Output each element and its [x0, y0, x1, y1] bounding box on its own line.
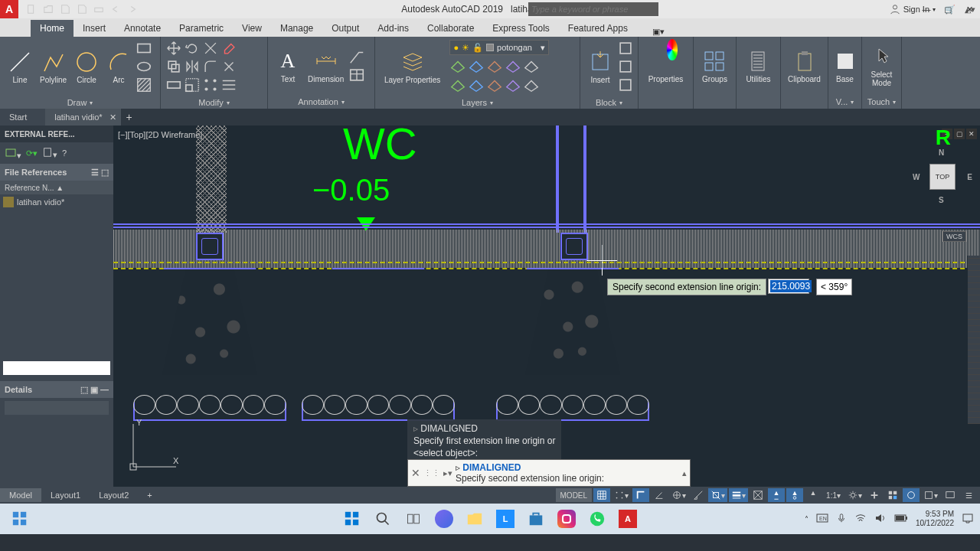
viewport-label[interactable]: [−][Top][2D Wireframe] [118, 130, 202, 139]
attach-icon[interactable]: ▾ [5, 146, 21, 161]
tab-layout1[interactable]: Layout1 [41, 488, 90, 502]
snap-button[interactable]: ▾ [612, 488, 631, 502]
annoauto-button[interactable] [805, 488, 822, 502]
osnap-tracking-button[interactable] [690, 488, 707, 502]
panel-touch-label[interactable]: Touch [862, 95, 901, 109]
save-icon[interactable] [58, 2, 72, 16]
text-tool[interactable]: AText [273, 47, 303, 85]
isodraft-button[interactable]: ▾ [669, 488, 688, 502]
groups-button[interactable]: Groups [699, 47, 730, 85]
layer-properties-button[interactable]: Layer Properties [380, 50, 445, 84]
annoscale-button[interactable] [768, 488, 785, 502]
ortho-button[interactable] [632, 488, 649, 502]
tab-collaborate[interactable]: Collaborate [418, 20, 483, 37]
clock[interactable]: 9:53 PM 10/12/2022 [916, 510, 954, 528]
mic-icon[interactable] [836, 513, 847, 525]
trim-tool[interactable] [202, 40, 219, 57]
close-icon[interactable]: ✕ [109, 112, 116, 122]
modelspace-button[interactable]: MODEL [556, 488, 593, 502]
undo-icon[interactable] [109, 2, 122, 16]
layer-off-tool[interactable] [449, 57, 466, 74]
hatch-tool[interactable] [136, 77, 152, 93]
hardware-accel-button[interactable] [903, 488, 920, 502]
minimize-button[interactable]: — [916, 0, 937, 18]
details-header[interactable]: Details⬚ ▣ — [0, 381, 113, 398]
lineweight-button[interactable]: ▾ [729, 488, 748, 502]
panel-draw-label[interactable]: Draw [0, 96, 160, 109]
clean-screen-button[interactable] [942, 488, 959, 502]
mirror-tool[interactable] [184, 58, 201, 75]
navbar[interactable] [968, 256, 980, 424]
open-icon[interactable] [41, 2, 55, 16]
layer-state-tool[interactable] [505, 77, 521, 93]
close-button[interactable]: ✕ [959, 0, 980, 18]
viewcube[interactable]: N W E S TOP [916, 148, 969, 217]
app-l-icon[interactable]: L [492, 507, 519, 531]
col-header-name[interactable]: Reference N... ▲ [0, 181, 113, 194]
wifi-icon[interactable] [854, 512, 867, 526]
notifications-icon[interactable] [962, 512, 974, 526]
move-tool[interactable] [165, 40, 182, 57]
insert-block-tool[interactable]: Insert [585, 48, 616, 86]
help-search-input[interactable] [528, 2, 658, 16]
select-mode-button[interactable]: Select Mode [867, 43, 897, 89]
new-icon[interactable] [24, 2, 38, 16]
search-button[interactable] [369, 507, 397, 531]
start-button[interactable] [338, 507, 366, 531]
tab-express[interactable]: Express Tools [483, 20, 558, 37]
cmd-close-icon[interactable]: ✕ [411, 467, 420, 479]
tab-featured[interactable]: Featured Apps [559, 20, 637, 37]
layer-prev-tool[interactable] [468, 77, 485, 93]
file-icon[interactable]: ▾ [42, 147, 57, 160]
properties-button[interactable]: Properties [645, 47, 687, 85]
layer-walk-tool[interactable] [486, 77, 503, 93]
battery-icon[interactable] [894, 514, 908, 524]
grid-button[interactable] [593, 488, 610, 502]
edit-attr-tool[interactable] [617, 77, 634, 93]
cmd-handle-icon[interactable]: ⋮⋮ [423, 468, 440, 478]
ellipse-tool[interactable] [136, 58, 152, 75]
isolate-button[interactable]: ▾ [921, 488, 940, 502]
tab-manage[interactable]: Manage [271, 20, 322, 37]
tab-model[interactable]: Model [0, 488, 41, 502]
help-icon[interactable]: ? [62, 148, 67, 158]
scale-button[interactable]: 1:1▾ [823, 488, 844, 502]
customize-button[interactable]: ☰ [960, 488, 977, 502]
ucs-icon[interactable]: Y X [124, 415, 185, 476]
widgets-button[interactable] [6, 507, 34, 531]
maximize-button[interactable]: ▢ [937, 0, 959, 18]
layer-make-tool[interactable] [449, 77, 466, 93]
explode-tool[interactable] [220, 58, 237, 75]
dynamic-angle-input[interactable]: < 359° [816, 279, 852, 295]
tab-addins[interactable]: Add-ins [368, 20, 418, 37]
redo-icon[interactable] [126, 2, 139, 16]
vp-max-icon[interactable]: ▢ [954, 129, 965, 139]
plot-icon[interactable] [92, 2, 106, 16]
ui-customize-button[interactable] [884, 488, 901, 502]
tab-layout2[interactable]: Layout2 [90, 488, 138, 502]
viewcube-w[interactable]: W [913, 173, 920, 181]
dimension-tool[interactable]: Dimension [305, 47, 347, 85]
refresh-icon[interactable]: ⟳▾ [26, 148, 38, 158]
layer-freeze-tool[interactable] [468, 57, 485, 74]
panel-view-label[interactable]: V... [828, 95, 861, 109]
add-tab-button[interactable]: + [121, 111, 138, 123]
doc-tab-start[interactable]: Start [0, 109, 45, 126]
xref-item[interactable]: latihan vidio* [0, 194, 113, 210]
volume-icon[interactable] [874, 512, 887, 526]
osnap-button[interactable]: ▾ [708, 488, 727, 502]
command-line[interactable]: ✕ ⋮⋮ ▸▾ ▹ DIMALIGNED Specify second exte… [407, 459, 691, 487]
doc-tab-current[interactable]: latihan vidio*✕ [45, 109, 120, 126]
layer-lock-tool[interactable] [486, 57, 503, 74]
tab-home[interactable]: Home [31, 20, 74, 37]
layer-iso-tool[interactable] [505, 57, 521, 74]
polar-button[interactable] [651, 488, 668, 502]
offset-tool[interactable] [220, 77, 237, 93]
utilities-button[interactable]: Utilities [743, 47, 773, 85]
instagram-icon[interactable] [553, 507, 580, 531]
scale-tool[interactable] [184, 77, 201, 93]
language-button[interactable]: EN [816, 512, 828, 526]
panel-modify-label[interactable]: Modify [161, 96, 267, 109]
details-dropdown[interactable] [5, 401, 109, 415]
stretch-tool[interactable] [165, 77, 182, 93]
